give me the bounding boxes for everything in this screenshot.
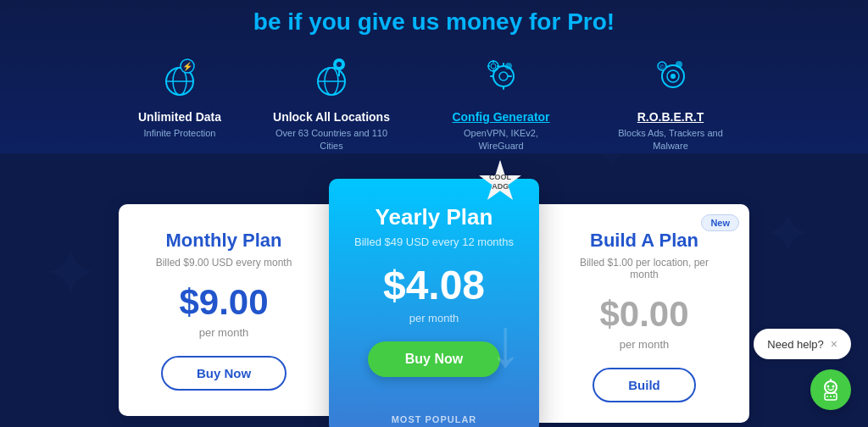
svg-text:⚡: ⚡ bbox=[182, 61, 193, 72]
svg-point-37 bbox=[827, 385, 830, 388]
hero-title: be if you give us money for Pro! bbox=[0, 8, 868, 36]
yearly-buy-button[interactable]: Buy Now bbox=[368, 341, 500, 377]
svg-rect-21 bbox=[490, 75, 494, 77]
svg-point-18 bbox=[499, 72, 508, 80]
globe-pin-icon bbox=[309, 56, 354, 102]
svg-point-35 bbox=[676, 61, 682, 68]
build-plan-price: $0.00 bbox=[599, 294, 688, 335]
help-label: Need help? bbox=[767, 338, 824, 351]
svg-point-40 bbox=[830, 379, 832, 380]
feature-robert: © R.O.B.E.R.T Blocks Ads, Trackers and M… bbox=[611, 56, 730, 153]
feature-unlimited-data-title: Unlimited Data bbox=[138, 110, 221, 124]
build-button[interactable]: Build bbox=[593, 368, 696, 402]
hero-section: be if you give us money for Pro! ⚡ Unlim… bbox=[0, 0, 868, 153]
build-plan-billing: Billed $1.00 per location, per month bbox=[565, 257, 724, 280]
feature-robert-title: R.O.B.E.R.T bbox=[637, 110, 704, 124]
svg-rect-19 bbox=[503, 63, 504, 67]
build-plan-period: per month bbox=[620, 338, 670, 351]
yearly-watermark: ↓ bbox=[488, 304, 522, 382]
feature-unlock-locations: Unlock All Locations Over 63 Countries a… bbox=[272, 56, 391, 153]
feature-config-generator: Config Generator OpenVPN, IKEv2, WireGua… bbox=[442, 56, 560, 153]
gear-settings-icon bbox=[478, 56, 524, 102]
svg-text:©: © bbox=[659, 64, 665, 71]
hero-title-highlight: Pro bbox=[567, 8, 607, 35]
svg-point-38 bbox=[832, 385, 835, 388]
most-popular-label: MOST POPULAR bbox=[392, 414, 477, 424]
svg-point-36 bbox=[825, 381, 837, 393]
chat-button[interactable] bbox=[810, 369, 851, 410]
feature-unlock-locations-subtitle: Over 63 Countries and 110 Cities bbox=[272, 127, 391, 153]
pricing-section: Monthly Plan Billed $9.00 USD every mont… bbox=[0, 179, 868, 427]
hero-title-text: be if you give us money for bbox=[253, 8, 567, 35]
monthly-plan-name: Monthly Plan bbox=[166, 230, 282, 252]
help-bubble: Need help? × bbox=[754, 329, 851, 359]
svg-point-32 bbox=[670, 74, 676, 79]
svg-point-29 bbox=[505, 63, 512, 69]
svg-rect-22 bbox=[508, 75, 512, 77]
yearly-plan-period: per month bbox=[409, 312, 459, 324]
feature-robert-subtitle: Blocks Ads, Trackers and Malware bbox=[611, 127, 730, 153]
feature-unlimited-data-subtitle: Infinite Protection bbox=[143, 127, 215, 140]
yearly-plan-name: Yearly Plan bbox=[376, 204, 493, 230]
svg-point-15 bbox=[337, 62, 342, 67]
feature-unlimited-data: ⚡ Unlimited Data Infinite Protection bbox=[138, 56, 221, 153]
features-row: ⚡ Unlimited Data Infinite Protection Unl… bbox=[0, 56, 868, 153]
svg-point-24 bbox=[491, 64, 496, 69]
cool-badge-line2: BADGE bbox=[487, 182, 515, 191]
new-badge: New bbox=[701, 214, 739, 231]
hero-title-suffix: ! bbox=[607, 8, 615, 35]
robot-icon bbox=[820, 379, 842, 401]
yearly-plan-price: $4.08 bbox=[383, 262, 485, 308]
yearly-plan-billing: Billed $49 USD every 12 months bbox=[354, 236, 514, 248]
yearly-plan-card: COOL BADGE ↓ Yearly Plan Billed $49 USD … bbox=[329, 179, 539, 427]
monthly-plan-billing: Billed $9.00 USD every month bbox=[156, 257, 292, 269]
svg-rect-20 bbox=[503, 86, 504, 90]
monthly-plan-card: Monthly Plan Billed $9.00 USD every mont… bbox=[119, 204, 329, 416]
feature-config-generator-title: Config Generator bbox=[452, 110, 549, 124]
shield-robot-icon: © bbox=[648, 56, 693, 102]
build-plan-name: Build A Plan bbox=[590, 230, 698, 252]
monthly-plan-period: per month bbox=[199, 326, 249, 339]
lightning-globe-icon: ⚡ bbox=[157, 56, 203, 102]
help-close-button[interactable]: × bbox=[831, 337, 837, 351]
feature-unlock-locations-title: Unlock All Locations bbox=[273, 110, 390, 124]
monthly-buy-button[interactable]: Buy Now bbox=[161, 356, 287, 391]
monthly-plan-price: $9.00 bbox=[179, 282, 268, 323]
build-plan-card: New Build A Plan Billed $1.00 per locati… bbox=[539, 204, 749, 423]
feature-config-generator-subtitle: OpenVPN, IKEv2, WireGuard bbox=[442, 127, 560, 153]
